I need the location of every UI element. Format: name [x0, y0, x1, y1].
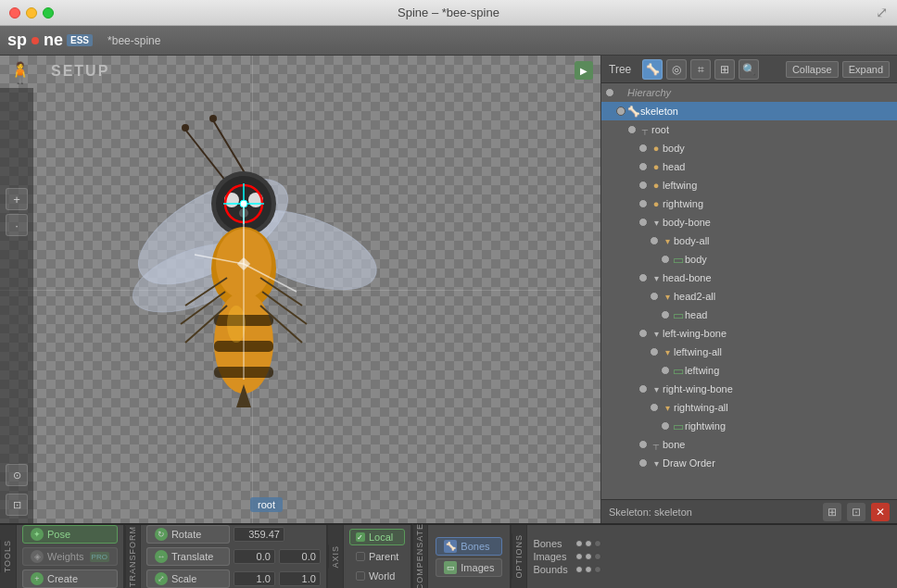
- local-label: Local: [369, 532, 393, 543]
- vis-dot[interactable]: [661, 421, 670, 431]
- tree-item-bone[interactable]: ┬ bone: [601, 435, 897, 454]
- pan-button[interactable]: ·: [6, 214, 28, 236]
- play-button[interactable]: [575, 61, 593, 80]
- tree-header: Tree 🦴 ◎ ⌗ ⊞ 🔍 Collapse Expand: [601, 56, 897, 83]
- tools-section: ✦ Pose ◈ Weights PRO + Create: [17, 525, 124, 588]
- vis-dot[interactable]: [650, 403, 659, 412]
- bones-dot2[interactable]: [585, 540, 592, 547]
- collapse-button[interactable]: Collapse: [786, 61, 839, 78]
- images-dot1[interactable]: [575, 553, 583, 560]
- tree-item-rightwing-all[interactable]: ▾ rightwing-all: [601, 398, 897, 417]
- minimize-button[interactable]: [26, 7, 37, 19]
- tree-mesh-btn[interactable]: ⌗: [690, 59, 711, 80]
- tree-item-body-img[interactable]: ▭ body: [601, 250, 897, 269]
- images-dot2[interactable]: [585, 553, 592, 560]
- tree-footer-btn1[interactable]: ⊞: [823, 503, 841, 521]
- item-label: body-all: [674, 235, 893, 246]
- bones-mode-button[interactable]: 🦴 Bones: [436, 537, 502, 556]
- vis-dot[interactable]: [638, 162, 648, 171]
- translate-x[interactable]: 0.0: [234, 549, 275, 564]
- tree-item-skeleton[interactable]: 🦴 skeleton: [601, 102, 897, 120]
- window-title: Spine – *bee-spine: [398, 6, 499, 19]
- visibility-dot[interactable]: [605, 88, 614, 97]
- tree-item-body-bone[interactable]: ▾ body-bone: [601, 213, 897, 231]
- bounds-dot2[interactable]: [585, 566, 592, 573]
- tree-item-leftwing[interactable]: ● leftwing: [601, 176, 897, 194]
- vis-dot[interactable]: [638, 199, 648, 208]
- translate-y[interactable]: 0.0: [279, 549, 321, 564]
- tree-item-draw-order[interactable]: ▾ Draw Order: [601, 454, 897, 472]
- tree-item-head[interactable]: ● head: [601, 157, 897, 176]
- maximize-button[interactable]: [43, 7, 54, 19]
- tree-item-right-wing-bone[interactable]: ▾ right-wing-bone: [601, 380, 897, 398]
- tree-item-leftwing-all[interactable]: ▾ leftwing-all: [601, 343, 897, 361]
- scale-y[interactable]: 1.0: [279, 571, 321, 586]
- tree-item-left-wing-bone[interactable]: ▾ left-wing-bone: [601, 324, 897, 343]
- tree-item-body[interactable]: ● body: [601, 139, 897, 157]
- vis-dot[interactable]: [638, 181, 648, 190]
- tree-fit-btn[interactable]: ⊞: [714, 59, 735, 80]
- vis-dot[interactable]: [661, 310, 670, 319]
- local-button[interactable]: ✓ Local: [349, 529, 405, 545]
- vis-dot[interactable]: [638, 218, 648, 227]
- bones-dot1[interactable]: [575, 540, 583, 547]
- vis-dot[interactable]: [638, 458, 648, 468]
- tree-item-leftwing-img[interactable]: ▭ leftwing: [601, 361, 897, 380]
- zoom-reset-button[interactable]: ⊙: [6, 464, 28, 486]
- vis-dot[interactable]: [650, 236, 659, 245]
- translate-button[interactable]: ↔ Translate: [146, 547, 230, 566]
- setup-label: SETUP: [51, 63, 109, 80]
- hierarchy-row[interactable]: Hierarchy: [601, 83, 897, 102]
- vis-dot[interactable]: [638, 144, 648, 153]
- tree-item-head2-all[interactable]: ▾ head2-all: [601, 287, 897, 306]
- bounds-dot1[interactable]: [575, 566, 583, 573]
- weights-button[interactable]: ◈ Weights PRO: [22, 547, 118, 566]
- tree-footer-btn2[interactable]: ⊡: [847, 503, 865, 521]
- vis-dot[interactable]: [627, 125, 637, 134]
- vis-dot[interactable]: [661, 366, 670, 375]
- vis-dot[interactable]: [650, 292, 659, 301]
- tree-region-btn[interactable]: ◎: [666, 59, 687, 80]
- tree-item-head-img[interactable]: ▭ head: [601, 306, 897, 324]
- opt-row-bounds: Bounds: [533, 564, 601, 575]
- tree-search-btn[interactable]: 🔍: [739, 59, 759, 80]
- rotate-value[interactable]: 359.47: [234, 527, 284, 542]
- parent-button[interactable]: Parent: [349, 548, 405, 565]
- expand-button[interactable]: Expand: [842, 61, 890, 78]
- fit-button[interactable]: ⊡: [6, 494, 28, 516]
- vis-dot[interactable]: [638, 440, 648, 449]
- tree-pose-btn[interactable]: 🦴: [642, 59, 663, 80]
- rotate-row: ↻ Rotate 359.47: [146, 525, 321, 544]
- tree-item-head-bone[interactable]: ▾ head-bone: [601, 269, 897, 287]
- vis-dot[interactable]: [638, 273, 648, 282]
- vis-dot[interactable]: [638, 384, 648, 394]
- scale-x[interactable]: 1.0: [234, 571, 275, 586]
- vis-dot[interactable]: [638, 329, 648, 338]
- pose-button[interactable]: ✦ Pose: [22, 525, 118, 544]
- tree-item-rightwing[interactable]: ● rightwing: [601, 194, 897, 213]
- tree-item-body-all[interactable]: ▾ body-all: [601, 231, 897, 250]
- images-dot3[interactable]: [594, 553, 601, 560]
- project-name: *bee-spine: [107, 34, 160, 47]
- tree-content[interactable]: Hierarchy 🦴 skeleton ┬ root ● body: [601, 83, 897, 499]
- vis-dot[interactable]: [616, 106, 625, 116]
- rotate-button[interactable]: ↻ Rotate: [146, 525, 230, 544]
- tree-item-rightwing-img[interactable]: ▭ rightwing: [601, 417, 897, 435]
- vis-dot[interactable]: [650, 347, 659, 357]
- bones-dot3[interactable]: [594, 540, 601, 547]
- images-mode-button[interactable]: ▭ Images: [436, 558, 502, 577]
- vis-dot[interactable]: [661, 255, 670, 264]
- item-label: leftwing-all: [674, 346, 893, 357]
- bounds-dot3[interactable]: [594, 566, 601, 573]
- fold-icon: ▾: [661, 347, 674, 357]
- viewport[interactable]: 🧍 SETUP: [0, 56, 600, 523]
- world-button[interactable]: World: [349, 568, 405, 584]
- tree-footer-close[interactable]: ✕: [871, 503, 890, 521]
- scale-button[interactable]: ⤢ Scale: [146, 569, 230, 588]
- images-mode-icon: ▭: [444, 561, 457, 574]
- create-button[interactable]: + Create: [22, 569, 118, 588]
- tree-item-root[interactable]: ┬ root: [601, 120, 897, 139]
- expand-icon[interactable]: ⤢: [876, 4, 888, 21]
- zoom-in-button[interactable]: +: [6, 188, 28, 210]
- close-button[interactable]: [9, 7, 20, 19]
